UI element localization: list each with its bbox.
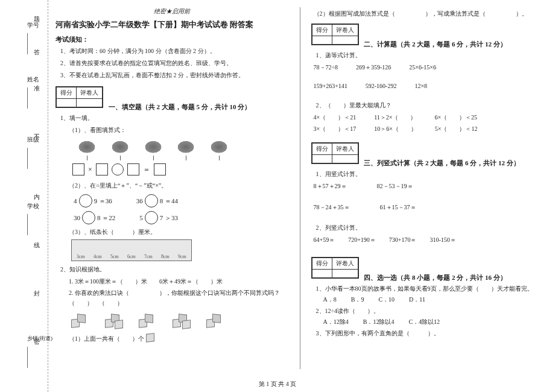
vert-stem-2: 2、列竖式计算。 — [316, 223, 545, 233]
operator-blank[interactable] — [79, 194, 92, 207]
operator-blank[interactable] — [82, 211, 95, 224]
cubes-text: （1）上面一共有（ ）个 — [69, 335, 144, 342]
field-line — [27, 87, 28, 109]
score-label: 得分 — [57, 87, 77, 99]
cube-group — [105, 312, 128, 330]
choice[interactable]: B．12除以4 — [363, 318, 395, 326]
operator-row-2: 308 ＝22 57 ＞33 — [74, 211, 289, 224]
calc-row: 78－72÷8 269＋359-126 25×6-15×6 — [314, 62, 545, 72]
vert-stem-1: 1、用竖式计算。 — [316, 169, 545, 179]
vert-expr: 82－53－19＝ — [377, 181, 413, 191]
binding-margin: 学号 姓名 班级 学校 乡镇(街道) 题 答 准 不 内 线 封 密 — [0, 0, 48, 392]
operator-row-1: 49 ＝36 368 ＝44 — [74, 194, 289, 207]
seal-char: 题 — [34, 15, 40, 24]
calc-stem-1: 1、递等式计算。 — [316, 51, 545, 60]
instruction-1: 1、考试时间：60 分钟，满分为 100 分（含卷面分 2 分）。 — [60, 46, 289, 56]
grader-cell[interactable] — [77, 99, 103, 107]
fill-expr: 4×（ ）＜21 — [314, 112, 357, 122]
calc-expr: 159+263+141 — [314, 81, 347, 91]
score-box: 得分评卷人 — [56, 86, 103, 108]
calc-expr: 12×8 — [414, 81, 427, 91]
score-cell[interactable] — [312, 155, 332, 163]
choice[interactable]: D．11 — [409, 296, 425, 304]
cube-group — [139, 312, 162, 330]
leaf-icon — [205, 138, 233, 159]
cubes-illustration — [71, 312, 289, 330]
choice[interactable]: C．10 — [378, 296, 395, 304]
score-cell[interactable] — [312, 36, 332, 45]
choice[interactable]: A．8 — [323, 296, 337, 304]
left-column: 绝密★启用前 河南省实验小学二年级数学【下册】期中考试试卷 附答案 考试须知： … — [56, 7, 289, 369]
vert-expr: 61＋15－37＝ — [380, 202, 416, 212]
seal-char: 线 — [34, 241, 40, 250]
vert-expr: 64+59＝ — [314, 235, 335, 245]
eq-rhs: 8 ＝44 — [160, 197, 178, 206]
score-cell[interactable] — [312, 270, 332, 278]
blank-square[interactable] — [72, 163, 84, 175]
score-label: 得分 — [312, 25, 332, 36]
score-box: 得分评卷人 — [311, 257, 359, 279]
grader-label: 评卷人 — [332, 144, 358, 155]
grader-label: 评卷人 — [77, 87, 103, 99]
ruler-mark: 6cm — [127, 254, 136, 259]
choice[interactable]: B．9 — [351, 296, 364, 304]
blank-circle[interactable] — [112, 163, 124, 175]
field-line — [27, 214, 28, 235]
operator-blank[interactable] — [145, 211, 158, 224]
column-divider — [300, 7, 300, 369]
cube-group — [71, 312, 94, 330]
seal-char: 密 — [34, 338, 40, 346]
choice[interactable]: C．4除以12 — [408, 318, 440, 326]
field-label-school: 学校 — [27, 202, 39, 210]
calc-expr: 592-160-292 — [366, 81, 397, 91]
eq-lhs: 36 — [136, 197, 143, 204]
q1-sub1: （1）、看图填算式： — [69, 125, 289, 135]
leaf-icon — [72, 138, 101, 159]
q1-sub2: （2）、在○里填上“＋”、“－”或“×”。 — [69, 180, 289, 191]
field-label-name: 姓名 — [27, 75, 39, 84]
seal-char: 内 — [34, 193, 40, 201]
fill-expr: 11＞2×（ ） — [374, 112, 416, 122]
cube-icon — [146, 333, 154, 342]
right-top-line: （2）根据图写成加法算式是（ ），写成乘法算式是（ ）。 — [314, 8, 545, 19]
eq-rhs: 9 ＝36 — [94, 197, 112, 206]
grader-cell[interactable] — [332, 36, 358, 45]
operator-blank[interactable] — [145, 194, 158, 207]
grader-label: 评卷人 — [332, 258, 358, 270]
blank-square[interactable] — [96, 163, 108, 175]
instructions-title: 考试须知： — [56, 35, 289, 44]
seal-char: 答 — [34, 48, 40, 57]
choice[interactable]: A．12除4 — [323, 318, 349, 326]
ruler-illustration: 3cm 4cm 5cm 6cm 7cm 8cm 9cm — [71, 239, 192, 261]
q1-choices: A．8 B．9 C．10 D．11 — [323, 296, 545, 304]
fill-equation: × ＝ — [72, 163, 289, 175]
blank-square[interactable] — [127, 163, 139, 175]
vert-row: 78－24＋35＝ 61＋15－37＝ — [314, 202, 545, 212]
ruler-mark: 7cm — [144, 254, 153, 259]
eq-lhs: 30 — [74, 214, 80, 221]
leaf-icon — [106, 138, 135, 159]
calc-stem-2: 2、（ ）里最大能填几？ — [316, 101, 545, 110]
ruler-mark: 8cm — [161, 254, 170, 259]
field-line — [27, 148, 28, 169]
eq-lhs: 4 — [74, 197, 77, 204]
section-4-heading: 四、选一选（共 8 小题，每题 2 分，共计 16 分） — [364, 274, 507, 281]
vert-expr: 78－24＋35＝ — [314, 202, 350, 212]
field-line — [27, 347, 28, 368]
page-footer: 第 1 页 共 4 页 — [259, 380, 297, 388]
leaves-illustration — [72, 138, 289, 160]
right-column: （2）根据图写成加法算式是（ ），写成乘法算式是（ ）。 得分评卷人 二、计算题… — [311, 7, 545, 369]
score-cell[interactable] — [57, 99, 77, 107]
instruction-3: 3、不要在试卷上乱写乱画，卷面不整洁扣 2 分，密封线外请勿作答。 — [60, 71, 289, 80]
grader-cell[interactable] — [332, 155, 358, 163]
ruler-mark: 3cm — [77, 254, 85, 259]
vert-row-2: 64+59＝ 720+190＝ 730+170＝ 310-150＝ — [314, 235, 545, 245]
ruler-mark: 4cm — [94, 254, 102, 259]
blank-square[interactable] — [154, 163, 166, 175]
grader-cell[interactable] — [332, 270, 358, 278]
seal-char: 准 — [34, 84, 40, 93]
choose-q1: 1、小华看一本80页的故事书，如果每天看9页，那么至少要（ ）天才能看完。 — [316, 284, 545, 294]
section-1-heading: 一、填空题（共 2 大题，每题 5 分，共计 10 分） — [109, 103, 252, 110]
field-line — [27, 33, 28, 54]
fill-expr: 10＞6×（ ） — [374, 124, 417, 134]
